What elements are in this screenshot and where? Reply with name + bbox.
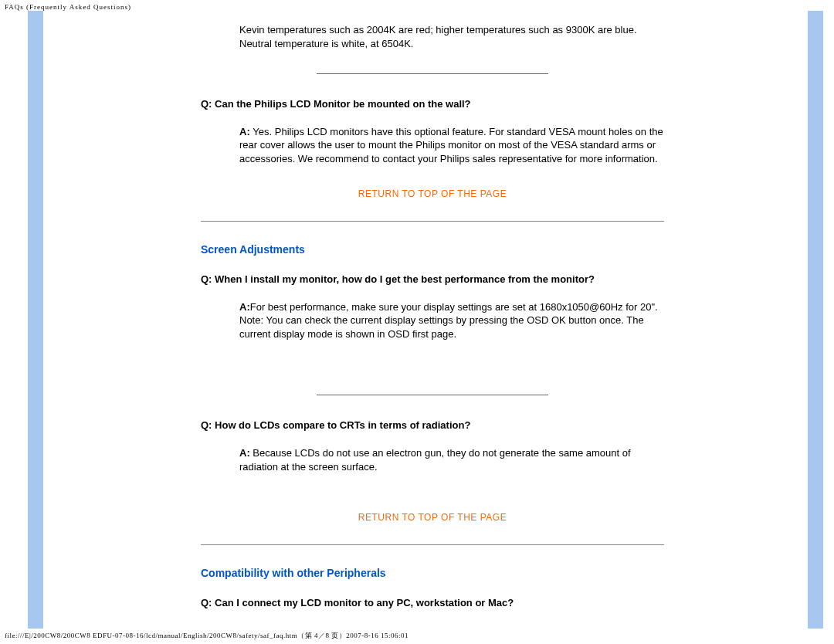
divider-short [317, 395, 548, 395]
q-text: Can the Philips LCD Monitor be mounted o… [215, 98, 471, 110]
divider-full [201, 544, 664, 545]
a-label: A: [239, 126, 253, 137]
return-to-top-link[interactable]: RETURN TO TOP OF THE PAGE [201, 188, 664, 199]
a-label: A: [239, 301, 250, 313]
a-text: Because LCDs do not use an electron gun,… [239, 447, 631, 473]
divider-short [317, 73, 548, 74]
q-text: How do LCDs compare to CRTs in terms of … [215, 419, 470, 431]
main-content: Kevin temperatures such as 2004K are red… [201, 23, 664, 610]
a-text: Yes. Philips LCD monitors have this opti… [239, 126, 663, 164]
q-text: When I install my monitor, how do I get … [215, 273, 595, 285]
right-accent-stripe [808, 11, 823, 629]
q-text: Can I connect my LCD monitor to any PC, … [215, 597, 514, 608]
faq3-answer: A: Because LCDs do not use an electron g… [239, 446, 664, 473]
footer-file-path: file:///E|/200CW8/200CW8 EDFU-07-08-16/l… [5, 631, 409, 641]
page-header-title: FAQs (Frequently Asked Questions) [5, 3, 131, 11]
divider-full [201, 221, 664, 222]
faq2-question: Q: When I install my monitor, how do I g… [201, 273, 664, 286]
q-label: Q: [201, 597, 215, 608]
q-label: Q: [201, 419, 215, 431]
q-label: Q: [201, 273, 215, 285]
faq2-answer: A:For best performance, make sure your d… [239, 300, 664, 341]
return-to-top-link[interactable]: RETURN TO TOP OF THE PAGE [201, 512, 664, 523]
section-heading-screen-adjustments: Screen Adjustments [201, 243, 664, 256]
faq1-answer: A: Yes. Philips LCD monitors have this o… [239, 125, 664, 166]
faq1-question: Q: Can the Philips LCD Monitor be mounte… [201, 97, 664, 111]
left-accent-stripe [28, 11, 43, 629]
faq4-question: Q: Can I connect my LCD monitor to any P… [201, 596, 664, 610]
section-heading-compatibility: Compatibility with other Peripherals [201, 567, 664, 579]
q-label: Q: [201, 98, 215, 110]
faq3-question: Q: How do LCDs compare to CRTs in terms … [201, 419, 664, 432]
intro-paragraph: Kevin temperatures such as 2004K are red… [239, 23, 664, 50]
a-text: For best performance, make sure your dis… [239, 301, 658, 340]
a-label: A: [239, 447, 253, 459]
